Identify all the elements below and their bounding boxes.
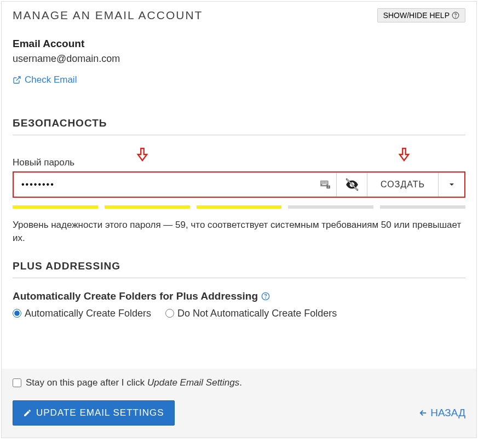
generate-options-dropdown[interactable] <box>438 173 464 197</box>
update-email-settings-button[interactable]: UPDATE EMAIL SETTINGS <box>13 400 175 426</box>
check-email-label: Check Email <box>25 74 77 85</box>
external-link-icon <box>13 76 21 84</box>
password-strength-text: Уровень надежности этого пароля — 59, чт… <box>13 219 465 245</box>
radio-auto-create[interactable]: Automatically Create Folders <box>13 308 151 319</box>
security-heading: БЕЗОПАСНОСТЬ <box>13 117 465 135</box>
radio-noauto-input[interactable] <box>165 309 174 318</box>
arrow-left-icon <box>418 408 428 418</box>
email-account-label: Email Account <box>13 38 465 50</box>
toggle-password-visibility-button[interactable] <box>336 173 367 197</box>
help-circle-icon <box>452 12 459 19</box>
show-hide-help-button[interactable]: SHOW/HIDE HELP <box>377 8 465 22</box>
svg-point-17 <box>266 298 266 298</box>
strength-bar <box>380 205 465 209</box>
radio-auto-input[interactable] <box>13 309 21 318</box>
generate-password-button[interactable]: СОЗДАТЬ <box>367 173 438 197</box>
annotation-arrows <box>13 147 465 163</box>
keyboard-icon: 2 <box>320 180 331 189</box>
svg-rect-5 <box>324 181 325 182</box>
svg-rect-4 <box>322 181 324 182</box>
svg-text:2: 2 <box>327 186 329 188</box>
stay-on-page-checkbox[interactable] <box>13 378 21 387</box>
password-input-group: 2 СОЗДАТЬ <box>13 171 465 198</box>
generate-button-label: СОЗДАТЬ <box>381 180 425 189</box>
svg-rect-7 <box>326 181 327 182</box>
strength-bar <box>288 205 373 209</box>
strength-bar <box>13 205 98 209</box>
update-button-label: UPDATE EMAIL SETTINGS <box>36 407 164 418</box>
svg-rect-13 <box>322 184 326 185</box>
pencil-icon <box>23 409 32 417</box>
svg-rect-12 <box>326 183 327 184</box>
stay-on-page-label: Stay on this page after I click Update E… <box>26 377 242 388</box>
svg-rect-6 <box>325 181 326 182</box>
svg-rect-10 <box>324 183 325 184</box>
plus-addressing-title: Automatically Create Folders for Plus Ad… <box>13 290 465 302</box>
radio-noauto-label: Do Not Automatically Create Folders <box>177 308 337 319</box>
strength-bar <box>197 205 282 209</box>
eye-off-icon <box>345 177 359 192</box>
radio-auto-label: Automatically Create Folders <box>25 308 151 319</box>
password-strength-meter <box>13 205 465 209</box>
info-circle-icon[interactable] <box>261 292 270 301</box>
svg-rect-9 <box>322 183 324 184</box>
svg-rect-3 <box>321 181 322 182</box>
help-button-label: SHOW/HIDE HELP <box>383 11 450 20</box>
plus-addressing-heading: PLUS ADDRESSING <box>13 260 465 278</box>
svg-point-1 <box>456 17 456 18</box>
page-title: MANAGE AN EMAIL ACCOUNT <box>13 9 203 22</box>
arrow-down-red-icon <box>398 147 410 162</box>
check-email-link[interactable]: Check Email <box>13 74 77 85</box>
password-input[interactable] <box>14 173 336 197</box>
strength-bar <box>105 205 190 209</box>
back-link-label: НАЗАД <box>430 407 465 419</box>
svg-rect-8 <box>321 183 322 184</box>
svg-rect-11 <box>325 183 326 184</box>
email-address: username@domain.com <box>13 53 465 65</box>
caret-down-icon <box>448 181 455 188</box>
arrow-down-red-icon <box>136 147 148 162</box>
radio-no-auto-create[interactable]: Do Not Automatically Create Folders <box>165 308 337 319</box>
stay-on-page-checkbox-row[interactable]: Stay on this page after I click Update E… <box>13 377 465 388</box>
back-link[interactable]: НАЗАД <box>418 407 465 419</box>
